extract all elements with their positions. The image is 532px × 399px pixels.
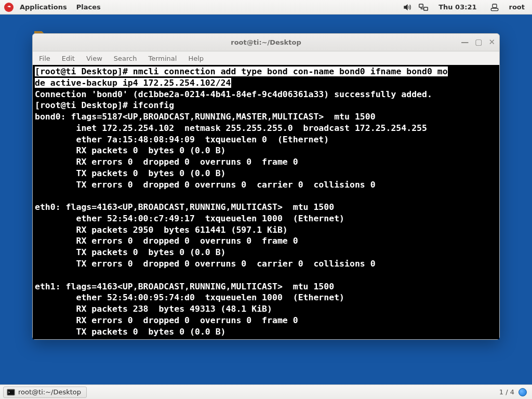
workspace-indicator[interactable]: 1 / 4 xyxy=(499,388,514,396)
terminal-output[interactable]: [root@ti Desktop]# nmcli connection add … xyxy=(33,65,499,339)
terminal-line: TX packets 0 bytes 0 (0.0 B) xyxy=(35,247,226,257)
terminal-line: eth1: flags=4163<UP,BROADCAST,RUNNING,MU… xyxy=(35,282,334,291)
terminal-line: TX errors 0 dropped 0 overruns 0 carrier… xyxy=(35,180,376,190)
terminal-line: TX packets 0 bytes 0 (0.0 B) xyxy=(35,168,226,178)
network-icon[interactable] xyxy=(419,3,428,11)
terminal-prompt: [root@ti Desktop]# xyxy=(35,66,133,76)
menu-help[interactable]: Help xyxy=(186,54,206,63)
svg-rect-2 xyxy=(493,4,497,8)
terminal-line: ether 7a:15:48:08:94:09 txqueuelen 0 (Et… xyxy=(35,135,329,144)
svg-rect-0 xyxy=(419,4,423,7)
redhat-icon xyxy=(4,3,14,12)
terminal-line: TX errors 0 dropped 0 overruns 0 carrier… xyxy=(35,259,376,269)
terminal-line: ether 52:54:00:c7:49:17 txqueuelen 1000 … xyxy=(35,214,344,223)
window-maximize-button[interactable]: ▢ xyxy=(475,38,482,46)
terminal-line: RX errors 0 dropped 0 overruns 0 frame 0 xyxy=(35,157,298,167)
volume-icon[interactable] xyxy=(403,3,411,11)
terminal-command-cont: de active-backup ip4 172.25.254.102/24 xyxy=(35,78,231,88)
terminal-command: nmcli connection add type bond con-name … xyxy=(133,66,448,76)
window-title: root@ti:~/Desktop xyxy=(231,38,301,46)
svg-rect-1 xyxy=(424,7,428,10)
menu-search[interactable]: Search xyxy=(112,54,139,63)
terminal-line: RX packets 0 bytes 0 (0.0 B) xyxy=(35,145,226,155)
terminal-line: bond0: flags=5187<UP,BROADCAST,RUNNING,M… xyxy=(35,112,376,122)
menu-file[interactable]: File xyxy=(37,54,52,63)
terminal-line: inet 172.25.254.102 netmask 255.255.255.… xyxy=(35,123,427,133)
terminal-line: TX packets 0 bytes 0 (0.0 B) xyxy=(35,327,226,337)
terminal-window: root@ti:~/Desktop — ▢ ✕ File Edit View S… xyxy=(32,33,500,340)
menu-terminal[interactable]: Terminal xyxy=(146,54,179,63)
terminal-line: RX errors 0 dropped 0 overruns 0 frame 0 xyxy=(35,236,298,246)
window-close-button[interactable]: ✕ xyxy=(488,38,495,46)
terminal-line: RX packets 2950 bytes 611441 (597.1 KiB) xyxy=(35,225,288,235)
top-panel: Applications Places Thu 03:21 root xyxy=(0,0,532,15)
window-minimize-button[interactable]: — xyxy=(461,38,469,46)
menu-view[interactable]: View xyxy=(84,54,104,63)
user-icon xyxy=(490,3,499,11)
taskbar-item-terminal[interactable]: root@ti:~/Desktop xyxy=(3,387,87,398)
menu-edit[interactable]: Edit xyxy=(60,54,77,63)
terminal-line: eth0: flags=4163<UP,BROADCAST,RUNNING,MU… xyxy=(35,202,334,212)
terminal-line: RX packets 238 bytes 49313 (48.1 KiB) xyxy=(35,304,272,314)
terminal-line: ether 52:54:00:95:74:d0 txqueuelen 1000 … xyxy=(35,292,344,302)
menu-applications[interactable]: Applications xyxy=(17,3,70,11)
menu-bar: File Edit View Search Terminal Help xyxy=(33,51,499,65)
terminal-line: RX errors 0 dropped 0 overruns 0 frame 0 xyxy=(35,315,298,325)
terminal-line: Connection 'bond0' (dc1bbe2a-0214-4b41-8… xyxy=(35,89,432,99)
taskbar-item-label: root@ti:~/Desktop xyxy=(18,388,81,396)
window-titlebar[interactable]: root@ti:~/Desktop — ▢ ✕ xyxy=(33,34,499,51)
svg-rect-3 xyxy=(491,8,498,11)
bottom-panel: root@ti:~/Desktop 1 / 4 xyxy=(0,384,532,399)
terminal-line: [root@ti Desktop]# ifconfig xyxy=(35,100,174,110)
svg-rect-5 xyxy=(8,390,14,395)
user-menu[interactable]: root xyxy=(506,3,528,11)
menu-places[interactable]: Places xyxy=(73,3,104,11)
terminal-icon xyxy=(7,389,15,396)
show-desktop-icon[interactable] xyxy=(518,388,527,396)
clock[interactable]: Thu 03:21 xyxy=(435,3,480,11)
